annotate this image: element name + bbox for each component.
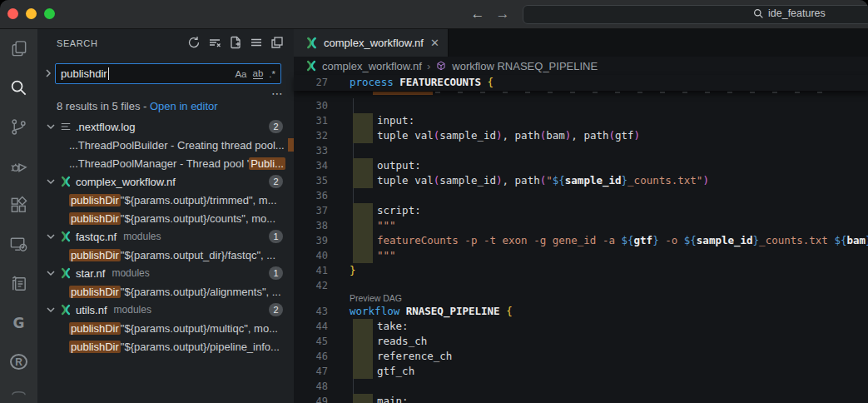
line-number: 49	[294, 394, 340, 403]
view-as-list-icon[interactable]	[250, 36, 263, 49]
whole-word-icon[interactable]: ab	[253, 68, 264, 79]
search-result-match-row[interactable]: publishDir "${params.output_dir}/fastqc"…	[37, 246, 294, 264]
match-highlight: publishDir	[69, 322, 121, 335]
r-language-icon: R	[10, 354, 27, 370]
match-case-icon[interactable]: Aa	[235, 69, 246, 79]
code-line[interactable]: 48	[294, 379, 868, 394]
line-number: 39	[294, 233, 340, 248]
code-line[interactable]: 42	[294, 278, 868, 293]
match-highlight: publishDir	[69, 212, 121, 225]
sidebar-item-run-debug[interactable]	[0, 147, 37, 186]
sidebar-item-remote-explorer[interactable]	[0, 225, 37, 264]
result-count-badge: 2	[269, 303, 283, 316]
match-highlight-clipped	[288, 138, 294, 152]
minimize-window-button[interactable]	[26, 8, 37, 19]
nextflow-icon	[60, 176, 72, 187]
editor-group: complex_workflow.nf ✕ complex_workflow.n…	[294, 29, 868, 403]
code-line[interactable]: 45reads_ch	[294, 334, 868, 349]
search-result-match-row[interactable]: publishDir "${params.output}/pipeline_in…	[37, 337, 294, 356]
line-number: 32	[294, 128, 340, 143]
sidebar-item-search[interactable]	[0, 68, 37, 107]
search-result-match-row[interactable]: publishDir "${params.output}/alignments"…	[37, 282, 294, 301]
file-name: fastqc.nf	[76, 231, 117, 243]
regex-icon[interactable]: .*	[269, 69, 275, 79]
clear-results-icon[interactable]	[208, 36, 221, 49]
match-highlight: publishDir	[69, 286, 121, 298]
panel-title: SEARCH	[57, 38, 97, 48]
search-result-file-row[interactable]: utils.nfmodules2	[37, 301, 294, 319]
close-window-button[interactable]	[7, 8, 18, 19]
search-result-file-row[interactable]: fastqc.nfmodules1	[37, 227, 294, 246]
sidebar-item-extensions[interactable]	[0, 186, 37, 225]
nextflow-icon	[305, 37, 318, 49]
file-name: complex_workflow.nf	[76, 176, 176, 188]
code-line[interactable]: 32tuple val(sample_id), path(bam), path(…	[294, 128, 868, 143]
sidebar-item-partial[interactable]	[0, 381, 37, 398]
code-line[interactable]: 31input:	[294, 113, 868, 128]
file-description: modules	[114, 304, 151, 316]
code-line[interactable]: 37script:	[294, 203, 868, 218]
toggle-replace-chevron-icon[interactable]	[43, 68, 53, 78]
line-number: 30	[294, 98, 340, 113]
codelens[interactable]: Preview DAG	[294, 293, 868, 304]
new-search-editor-icon[interactable]	[229, 36, 242, 49]
code-line[interactable]: 35tuple val(sample_id), path("${sample_i…	[294, 173, 868, 188]
code-line[interactable]: 33	[294, 143, 868, 158]
line-number: 42	[294, 278, 340, 293]
sidebar-item-gitlens[interactable]: G	[0, 303, 37, 342]
gitlens-icon: G	[13, 315, 25, 331]
forward-icon[interactable]: →	[493, 4, 513, 24]
sticky-scroll-line[interactable]: 27 process FEATURECOUNTS {	[294, 75, 868, 91]
code-area[interactable]: 27 process FEATURECOUNTS { 3031input:32t…	[294, 75, 868, 403]
search-result-match-row[interactable]: publishDir "${params.output}/trimmed", m…	[37, 191, 294, 209]
tab-complex-workflow[interactable]: complex_workflow.nf ✕	[294, 29, 449, 57]
chevron-down-icon	[46, 268, 56, 278]
more-actions-icon[interactable]: ⋯	[271, 87, 284, 100]
search-input[interactable]: publishdir Aa ab .*	[55, 63, 281, 84]
code-line[interactable]: 38"""	[294, 218, 868, 233]
code-line[interactable]: 46reference_ch	[294, 349, 868, 364]
command-center-search-box[interactable]: ide_features	[523, 5, 868, 24]
search-result-match-row[interactable]: publishDir "${params.output}/counts", mo…	[37, 209, 294, 227]
search-result-match-row[interactable]: publishDir "${params.output}/multiqc", m…	[37, 319, 294, 337]
search-result-file-row[interactable]: .nextflow.log2	[37, 117, 294, 136]
maximize-window-button[interactable]	[44, 8, 55, 19]
code-line[interactable]: 30	[294, 98, 868, 113]
remote-monitor-icon	[9, 235, 28, 254]
chevron-down-icon	[46, 177, 56, 187]
search-result-file-row[interactable]: complex_workflow.nf2	[37, 172, 294, 191]
line-number: 37	[294, 203, 340, 218]
tab-bar: complex_workflow.nf ✕	[294, 29, 868, 57]
sidebar-item-explorer[interactable]	[0, 29, 37, 68]
nextflow-icon	[305, 60, 317, 72]
refresh-icon[interactable]	[187, 36, 201, 49]
file-name: star.nf	[76, 267, 105, 280]
open-in-editor-link[interactable]: Open in editor	[150, 100, 218, 112]
code-line[interactable]: 43workflow RNASEQ_PIPELINE {	[294, 304, 868, 319]
sidebar-item-tasks[interactable]	[0, 264, 37, 303]
activity-bar: G R	[0, 29, 37, 403]
sidebar-item-source-control[interactable]	[0, 107, 37, 147]
line-number: 41	[294, 263, 340, 278]
breadcrumb-separator: ›	[427, 60, 430, 72]
code-line[interactable]: 49main:	[294, 394, 868, 403]
search-result-match-row[interactable]: ...ThreadPoolManager - Thread pool 'Publ…	[37, 154, 294, 172]
search-result-match-row[interactable]: ...ThreadPoolBuilder - Creating thread p…	[37, 136, 294, 154]
code-line[interactable]: 39featureCounts -p -t exon -g gene_id -a…	[294, 233, 868, 248]
breadcrumb-symbol[interactable]: workflow RNASEQ_PIPELINE	[452, 60, 598, 72]
breadcrumb-file[interactable]: complex_workflow.nf	[322, 60, 422, 72]
sidebar-item-r-language[interactable]: R	[0, 342, 37, 381]
command-center-text: ide_features	[768, 7, 826, 19]
close-icon[interactable]: ✕	[430, 37, 439, 49]
search-icon	[753, 8, 764, 19]
line-number: 48	[294, 379, 340, 394]
code-line[interactable]: 41}	[294, 263, 868, 278]
back-icon[interactable]: ←	[468, 4, 488, 24]
search-result-file-row[interactable]: star.nfmodules1	[37, 264, 294, 282]
code-line[interactable]: 47gtf_ch	[294, 364, 868, 379]
collapse-all-icon[interactable]	[270, 36, 284, 49]
code-line[interactable]: 36	[294, 188, 868, 203]
code-line[interactable]: 34output:	[294, 158, 868, 173]
code-line[interactable]: 44take:	[294, 319, 868, 334]
code-line[interactable]: 40"""	[294, 248, 868, 263]
